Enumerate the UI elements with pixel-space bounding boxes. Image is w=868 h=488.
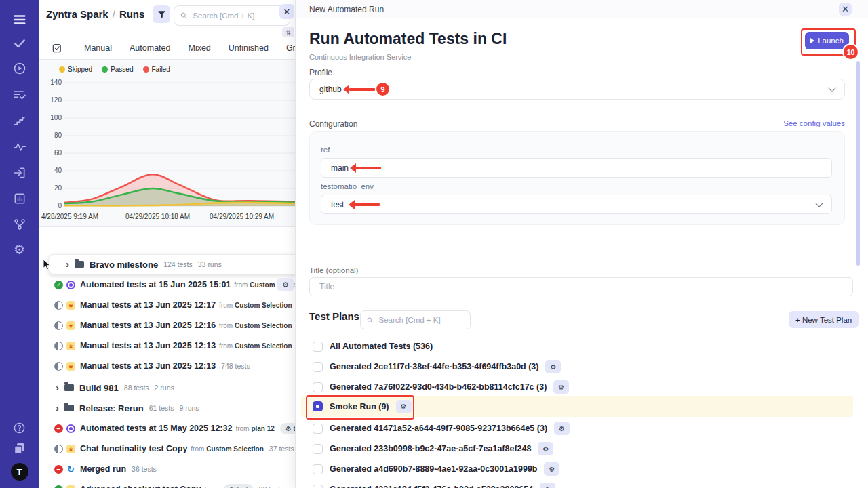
run-row[interactable]: * Manual tests at 13 Jun 2025 12:13 748 …	[39, 356, 295, 376]
run-row[interactable]: * Manual tests at 13 Jun 2025 12:13 from…	[39, 336, 295, 356]
sidebar: ⚙ T	[0, 0, 39, 488]
settings-gear-icon[interactable]: ⚙	[0, 243, 39, 256]
plan-checkbox[interactable]	[313, 424, 323, 434]
plan-settings-button[interactable]: ⚙	[545, 360, 561, 373]
drawer-scrollbar[interactable]	[856, 61, 860, 266]
help-icon[interactable]	[0, 422, 39, 434]
plan-checkbox[interactable]	[313, 485, 323, 488]
run-from-label: from	[219, 322, 233, 329]
tab-groups[interactable]: Groups	[286, 43, 295, 53]
title-input[interactable]	[309, 277, 853, 296]
breadcrumb-project[interactable]: Zyntra Spark	[46, 8, 108, 20]
play-circle-icon[interactable]	[0, 62, 39, 75]
plan-settings-button[interactable]: ⚙	[544, 462, 559, 476]
plan-checkbox[interactable]	[313, 382, 323, 392]
run-row[interactable]: − ↻ Merged run 36 tests	[39, 459, 295, 479]
run-row[interactable]: * Manual tests at 13 Jun 2025 12:17 from…	[39, 295, 295, 315]
chevron-right-icon[interactable]: ›	[56, 403, 59, 413]
ref-input[interactable]	[321, 158, 832, 178]
search-icon	[367, 317, 374, 324]
run-title: Manual tests at 13 Jun 2025 12:17	[80, 300, 216, 310]
check-icon[interactable]	[0, 37, 39, 50]
plan-row[interactable]: Generated 233b0998-b9c2-47ae-a5cf-7ea1af…	[296, 439, 868, 459]
bar-chart-icon[interactable]	[0, 192, 39, 205]
tab-mixed[interactable]: Mixed	[188, 43, 210, 53]
tab-manual[interactable]: Manual	[84, 43, 112, 53]
select-all-icon[interactable]	[52, 43, 62, 54]
chevron-right-icon[interactable]: ›	[66, 259, 69, 269]
run-row[interactable]: * Chat functinality test Copy from Custo…	[39, 439, 295, 459]
legend-item-failed: Failed	[143, 66, 170, 73]
plan-row[interactable]: Generated 2ce11f7d-38ef-44fe-b353-4f694f…	[296, 357, 868, 377]
plan-checkbox[interactable]	[313, 342, 323, 352]
plan-checkbox[interactable]	[313, 444, 323, 454]
import-icon[interactable]	[0, 166, 39, 180]
plan-row-selected[interactable]: Smoke Run (9) ⚙	[296, 396, 868, 417]
plan-checkbox[interactable]	[313, 362, 323, 372]
run-row[interactable]: ✓ * Advanced checkout test Copy from ⚙te…	[39, 479, 295, 488]
folder-icon	[75, 261, 84, 268]
profile-select[interactable]: github	[309, 79, 845, 100]
plan-settings-button[interactable]: ⚙	[396, 400, 412, 413]
runs-search[interactable]	[174, 5, 290, 26]
status-failed-icon: −	[54, 424, 63, 433]
plan-settings-button[interactable]: ⚙	[554, 422, 570, 435]
menu-icon[interactable]	[0, 12, 39, 27]
runs-panel: Zyntra Spark/Runs ✕ ⇅ Manual Automated M…	[39, 0, 295, 488]
plan-settings-button[interactable]: ⚙	[553, 380, 569, 394]
git-branch-icon[interactable]	[0, 218, 39, 231]
run-settings-button[interactable]: ⚙	[277, 278, 294, 291]
run-row[interactable]: ✓ Automated tests at 15 Jun 2025 15:01 f…	[39, 274, 295, 295]
plan-row[interactable]: Generated 4321c194-f5f2-476a-b02d-a539a3…	[296, 479, 868, 488]
status-in-progress-icon	[54, 362, 63, 371]
user-avatar[interactable]: T	[0, 463, 39, 481]
folder-tests-count: 124 tests	[163, 260, 193, 268]
activity-icon[interactable]	[0, 140, 39, 154]
plan-checkbox-checked[interactable]	[313, 401, 323, 411]
run-source: Custom Selection	[235, 302, 292, 309]
search-icon	[180, 12, 187, 20]
runs-search-input[interactable]	[191, 11, 283, 20]
close-runs-panel-button[interactable]: ✕	[279, 4, 294, 19]
filter-button[interactable]	[153, 5, 170, 23]
merged-run-icon: ↻	[66, 465, 75, 474]
list-check-icon[interactable]	[0, 88, 39, 102]
run-row[interactable]: − Automated tests at 15 May 2025 12:32 f…	[39, 418, 295, 439]
folder-row[interactable]: › Build 981 88 tests 2 runs	[39, 378, 295, 398]
steps-icon[interactable]	[0, 115, 39, 127]
pages-icon[interactable]	[0, 441, 39, 455]
plan-settings-button[interactable]: ⚙	[540, 483, 555, 488]
folder-row[interactable]: › Release: Rerun 61 tests 9 runs	[39, 398, 295, 418]
plan-row[interactable]: Generated 41471a52-a644-49f7-9085-923713…	[296, 418, 868, 439]
chevron-right-icon[interactable]: ›	[56, 382, 59, 392]
run-tag-badge[interactable]: ⚙test	[280, 423, 295, 434]
plan-checkbox[interactable]	[313, 464, 323, 474]
status-in-progress-icon	[54, 445, 63, 453]
tab-unfinished[interactable]: Unfinished	[229, 43, 269, 53]
app: ⚙ T Zyntra Spark/Runs ✕ ⇅ Manual A	[0, 0, 868, 488]
see-config-values-link[interactable]: See config values	[783, 119, 845, 127]
folder-runs-count: 33 runs	[198, 260, 222, 268]
tab-automated[interactable]: Automated	[130, 43, 170, 53]
run-tag-badge[interactable]: ⚙test	[224, 484, 254, 488]
folder-title: Bravo milestone	[90, 260, 158, 270]
plan-row[interactable]: Generated 7a76f022-93d0-434b-b462-bb8114…	[296, 377, 868, 397]
launch-button[interactable]: Launch	[805, 32, 849, 49]
run-source: Custom Selection	[235, 342, 292, 350]
manual-run-icon: *	[66, 362, 75, 371]
plan-row[interactable]: All Automated Tests (536)	[296, 336, 868, 357]
plan-settings-button[interactable]: ⚙	[538, 442, 553, 455]
folder-row[interactable]: › Bravo milestone 124 tests 33 runs	[48, 254, 295, 274]
plan-row[interactable]: Generated a4d690b7-8889-4ae1-92aa-0c3001…	[296, 459, 868, 479]
status-in-progress-icon	[54, 321, 63, 330]
run-source: Custom Selection	[206, 445, 263, 453]
manual-run-icon: *	[66, 445, 75, 453]
env-select[interactable]: test	[321, 195, 832, 214]
new-test-plan-button[interactable]: + New Test Plan	[789, 311, 859, 328]
new-automated-run-drawer: New Automated Run ✕ Run Automated Tests …	[295, 0, 868, 488]
test-plans-search[interactable]	[360, 310, 471, 329]
run-row[interactable]: * Manual tests at 13 Jun 2025 12:16 from…	[39, 315, 295, 336]
test-plans-search-input[interactable]	[378, 315, 465, 325]
close-drawer-button[interactable]: ✕	[839, 3, 852, 16]
sort-toggle-icon[interactable]: ⇅	[282, 27, 294, 37]
